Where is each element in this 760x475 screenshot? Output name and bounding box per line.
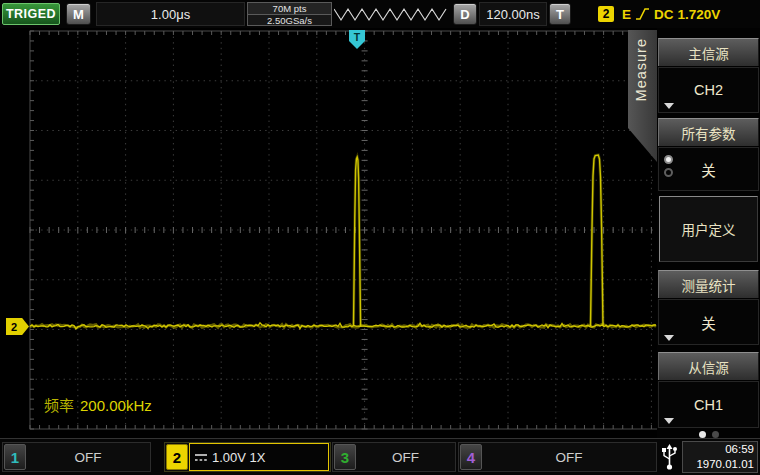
channel2-settings-box: 1.00V 1X: [189, 443, 329, 471]
memory-position-bar: [334, 6, 448, 22]
menu-label-measure-statistics: 测量统计: [658, 270, 759, 298]
acquisition-info: 70M pts 2.50GSa/s: [247, 2, 332, 26]
dc-coupling-icon: [194, 452, 208, 463]
channel4-cell[interactable]: 4 OFF: [458, 442, 657, 472]
page-dot-active: [699, 431, 706, 438]
measurement-label: 频率: [44, 394, 74, 415]
time-text: 06:59: [683, 442, 754, 457]
radio-on-icon: [664, 155, 673, 164]
menu-button-user-defined[interactable]: 用户定义: [659, 196, 758, 262]
menu-value-slave-source[interactable]: CH1: [658, 381, 759, 428]
menu-value-measure-statistics[interactable]: 关: [658, 299, 759, 345]
measurement-value: 200.00kHz: [80, 397, 152, 414]
menu-page-indicator: [657, 431, 760, 438]
channel1-badge: 1: [4, 444, 26, 470]
timebase-value: 1.00μs: [96, 2, 245, 26]
menu-value-all-parameters[interactable]: 关: [658, 147, 759, 191]
sample-rate: 2.50GSa/s: [248, 15, 331, 26]
tab-measure-label: Measure: [633, 38, 649, 101]
timebase-text: 1.00μs: [151, 7, 190, 22]
delay-menu-button[interactable]: D: [453, 3, 477, 25]
menu-value-slave-source-text: CH1: [694, 397, 723, 413]
channel3-status: OFF: [356, 450, 455, 465]
trigger-coupling-text: DC: [654, 7, 674, 22]
channel3-badge: 3: [334, 444, 356, 470]
trigger-level-text: 1.720V: [678, 7, 721, 22]
menu-value-main-source-text: CH2: [694, 82, 723, 98]
channel2-scale-text: 1.00V 1X: [212, 450, 266, 465]
trigger-status-badge: TRIGED: [2, 3, 60, 25]
channel2-cell[interactable]: 2 1.00V 1X: [164, 442, 331, 472]
usb-icon: [661, 444, 678, 471]
horizontal-menu-button[interactable]: M: [66, 3, 91, 25]
channel1-status: OFF: [26, 450, 150, 465]
memory-depth: 70M pts: [248, 3, 331, 15]
chevron-down-icon: [664, 335, 674, 341]
trigger-menu-button[interactable]: T: [549, 3, 571, 25]
channel4-badge: 4: [460, 444, 482, 470]
trigger-channel-badge: 2: [598, 6, 614, 22]
date-text: 1970.01.01: [683, 457, 754, 472]
channel2-badge: 2: [166, 444, 188, 470]
clock-display: 06:59 1970.01.01: [682, 441, 758, 473]
measurement-readout: 频率 200.00kHz: [44, 394, 152, 415]
radio-group: [664, 155, 673, 177]
menu-value-measure-statistics-text: 关: [701, 312, 716, 333]
trigger-type-text: E: [622, 7, 631, 22]
delay-text: 120.00ns: [486, 7, 540, 22]
chevron-down-icon: [664, 418, 674, 424]
page-dot-inactive: [712, 431, 719, 438]
top-bar: TRIGED M 1.00μs 70M pts 2.50GSa/s D 120.…: [0, 0, 760, 28]
menu-label-slave-source: 从信源: [658, 352, 759, 380]
channel4-status: OFF: [482, 450, 656, 465]
channel-status-bar: 1 OFF 2 1.00V 1X 3 OFF 4 OFF: [0, 438, 760, 475]
chevron-down-icon: [664, 103, 674, 109]
menu-label-main-source: 主信源: [658, 38, 759, 66]
sidebar-menu: 主信源 CH2 所有参数 关 用户定义 测量统计 关 从信源 CH1: [657, 28, 760, 438]
oscilloscope-screen: TRIGED M 1.00μs 70M pts 2.50GSa/s D 120.…: [0, 0, 760, 475]
delay-value: 120.00ns: [479, 2, 547, 26]
menu-value-main-source[interactable]: CH2: [658, 67, 759, 113]
radio-off-icon: [664, 168, 673, 177]
menu-label-all-parameters: 所有参数: [658, 118, 759, 146]
trigger-settings: E DC 1.720V: [622, 5, 720, 23]
rising-edge-icon: [635, 7, 650, 21]
channel1-cell[interactable]: 1 OFF: [2, 442, 151, 472]
menu-value-all-parameters-text: 关: [701, 159, 716, 180]
channel3-cell[interactable]: 3 OFF: [332, 442, 456, 472]
